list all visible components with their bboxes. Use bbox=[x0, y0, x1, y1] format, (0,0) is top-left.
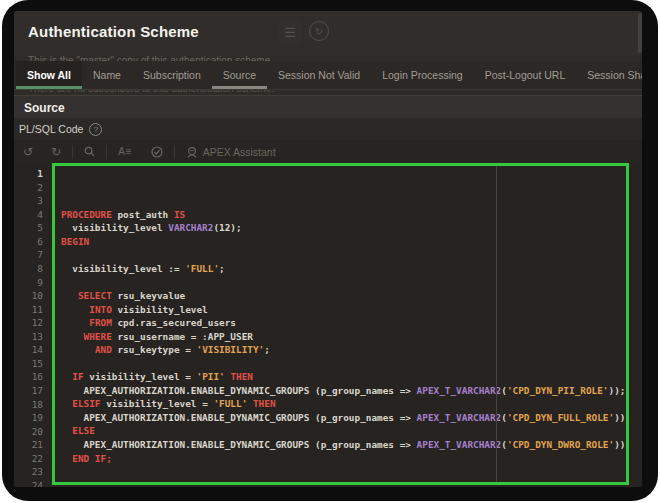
column-ruler bbox=[496, 166, 497, 482]
code-line[interactable] bbox=[61, 248, 626, 262]
undo-icon: ↺ bbox=[23, 145, 33, 159]
code-token-pl bbox=[61, 453, 72, 464]
header-ghost-icons: ☰ ↻ bbox=[279, 21, 329, 43]
tab-name[interactable]: Name bbox=[82, 61, 132, 89]
code-token-pl: visibility_level bbox=[61, 222, 168, 233]
code-line[interactable]: INTO visibility_level bbox=[61, 303, 626, 317]
code-content[interactable]: PROCEDURE post_auth IS visibility_level … bbox=[55, 166, 626, 482]
help-icon[interactable]: ? bbox=[89, 123, 102, 136]
tab-post-logout-url[interactable]: Post-Logout URL bbox=[474, 61, 577, 89]
code-token-kw: SELECT bbox=[78, 290, 112, 301]
code-token-pl bbox=[61, 425, 72, 436]
code-token-pl bbox=[61, 371, 72, 382]
apex-assistant-label: APEX Assistant bbox=[203, 146, 276, 158]
tab-login-processing[interactable]: Login Processing bbox=[371, 61, 474, 89]
tab-bar: Show AllNameSubscriptionSourceSession No… bbox=[14, 61, 642, 90]
page-header: Authentication Scheme ☰ ↻ bbox=[14, 11, 642, 55]
code-token-pl bbox=[61, 317, 89, 328]
toolbar-separator bbox=[106, 145, 107, 159]
list-icon: ☰ bbox=[279, 21, 301, 43]
code-editor[interactable]: 123456789101112131415161718192021222324 … bbox=[14, 163, 642, 487]
line-number: 5 bbox=[14, 221, 43, 235]
tab-source[interactable]: Source bbox=[212, 61, 267, 89]
apex-assistant-button[interactable]: APEX Assistant bbox=[177, 140, 285, 163]
code-token-pl: visibility_level = bbox=[84, 371, 197, 382]
code-line[interactable]: ELSIF visibility_level = 'FULL' THEN bbox=[61, 397, 626, 411]
line-number: 21 bbox=[14, 438, 43, 452]
code-line[interactable]: APEX_AUTHORIZATION.ENABLE_DYNAMIC_GROUPS… bbox=[61, 438, 626, 452]
code-token-pl bbox=[61, 290, 78, 301]
scrollbar-thumb[interactable] bbox=[638, 13, 642, 53]
code-line[interactable]: AND rsu_keytype = 'VISIBILITY'; bbox=[61, 343, 626, 357]
code-token-str: 'CPD_DYN_PII_ROLE' bbox=[507, 385, 609, 396]
code-line[interactable]: ELSE bbox=[61, 424, 626, 438]
code-token-kw: END IF; bbox=[72, 453, 112, 464]
code-line[interactable]: visibility_level := 'FULL'; bbox=[61, 262, 626, 276]
tab-session-not-valid[interactable]: Session Not Valid bbox=[267, 61, 371, 89]
tab-session-sharing[interactable]: Session Sharing bbox=[576, 61, 642, 89]
line-number: 18 bbox=[14, 398, 43, 412]
line-number: 16 bbox=[14, 370, 43, 384]
code-line[interactable]: FROM cpd.ras_secured_users bbox=[61, 316, 626, 330]
line-number: 14 bbox=[14, 343, 43, 357]
source-section-header: Source bbox=[14, 95, 642, 119]
code-line[interactable] bbox=[61, 357, 626, 371]
code-token-pl: visibility_level = bbox=[101, 398, 214, 409]
code-token-str: 'FULL' bbox=[185, 263, 219, 274]
code-line[interactable]: BEGIN bbox=[61, 235, 626, 249]
code-token-pl bbox=[61, 398, 72, 409]
search-button[interactable] bbox=[75, 140, 104, 163]
code-line[interactable]: visibility_level VARCHAR2(12); bbox=[61, 221, 626, 235]
code-line[interactable]: WHERE rsu_username = :APP_USER bbox=[61, 330, 626, 344]
code-token-pl: visibility_level := bbox=[61, 263, 185, 274]
line-number: 8 bbox=[14, 262, 43, 276]
editor-toolbar: ↺ ↻ A≡ APEX Assistant bbox=[14, 140, 642, 163]
plsql-code-label: PL/SQL Code bbox=[19, 123, 83, 135]
code-token-kw: ELSIF bbox=[72, 398, 100, 409]
code-token-pl: APEX_AUTHORIZATION.ENABLE_DYNAMIC_GROUPS… bbox=[61, 439, 417, 450]
code-line[interactable]: PROCEDURE post_auth IS bbox=[61, 208, 626, 222]
find-replace-icon: A≡ bbox=[118, 146, 133, 157]
code-token-pl: cpd.ras_secured_users bbox=[112, 317, 236, 328]
code-token-kw: AND bbox=[95, 344, 112, 355]
code-token-str: 'FULL' bbox=[213, 398, 247, 409]
tab-show-all[interactable]: Show All bbox=[16, 61, 82, 89]
code-token-str: 'CPD_DYN_DWRO_ROLE' bbox=[507, 439, 614, 450]
line-number: 19 bbox=[14, 411, 43, 425]
search-icon bbox=[84, 146, 95, 157]
undo-button[interactable]: ↺ bbox=[14, 140, 42, 163]
redo-button[interactable]: ↻ bbox=[42, 140, 70, 163]
code-line[interactable]: IF visibility_level = 'PII' THEN bbox=[61, 370, 626, 384]
code-area[interactable]: PROCEDURE post_auth IS visibility_level … bbox=[52, 163, 629, 485]
code-token-kw: EXCEPTION bbox=[61, 480, 112, 485]
find-replace-button[interactable]: A≡ bbox=[109, 140, 142, 163]
code-token-kw: BEGIN bbox=[61, 236, 89, 247]
validate-button[interactable] bbox=[142, 140, 172, 163]
code-token-pl: rsu_username = :APP_USER bbox=[112, 331, 253, 342]
line-number: 6 bbox=[14, 235, 43, 249]
code-token-str: 'VISIBILITY' bbox=[196, 344, 264, 355]
code-line[interactable]: APEX_AUTHORIZATION.ENABLE_DYNAMIC_GROUPS… bbox=[61, 384, 626, 398]
code-token-kw: PROCEDURE bbox=[61, 209, 112, 220]
code-token-pl: APEX_AUTHORIZATION.ENABLE_DYNAMIC_GROUPS… bbox=[61, 412, 417, 423]
tab-subscription[interactable]: Subscription bbox=[132, 61, 212, 89]
app-screen: Authentication Scheme ☰ ↻ This is the "m… bbox=[14, 11, 642, 487]
code-token-typ: APEX_T_VARCHAR2 bbox=[417, 385, 502, 396]
screenshot-stage: Authentication Scheme ☰ ↻ This is the "m… bbox=[0, 0, 660, 503]
assistant-robot-icon bbox=[186, 146, 198, 158]
line-number: 24 bbox=[14, 479, 43, 487]
code-token-kw: INTO bbox=[89, 304, 112, 315]
toolbar-separator bbox=[72, 145, 73, 159]
code-token-pl: visibility_level bbox=[112, 304, 208, 315]
code-token-pl: APEX_AUTHORIZATION.ENABLE_DYNAMIC_GROUPS… bbox=[61, 385, 417, 396]
code-line[interactable]: EXCEPTION bbox=[61, 479, 626, 485]
code-line[interactable] bbox=[61, 275, 626, 289]
line-number: 12 bbox=[14, 316, 43, 330]
line-number: 20 bbox=[14, 425, 43, 439]
line-number: 15 bbox=[14, 357, 43, 371]
code-line[interactable]: SELECT rsu_keyvalue bbox=[61, 289, 626, 303]
code-line[interactable]: APEX_AUTHORIZATION.ENABLE_DYNAMIC_GROUPS… bbox=[61, 411, 626, 425]
code-line[interactable] bbox=[61, 465, 626, 479]
code-line[interactable]: END IF; bbox=[61, 452, 626, 466]
code-token-pl bbox=[61, 331, 84, 342]
